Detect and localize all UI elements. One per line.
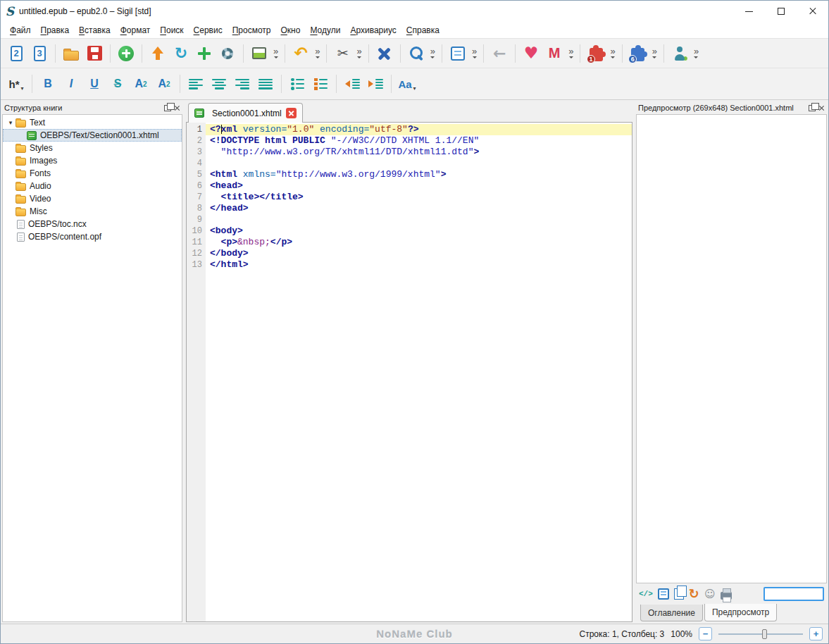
undock-panel-icon[interactable] <box>164 105 171 111</box>
open-button[interactable] <box>61 43 81 64</box>
donate-button[interactable]: ♥ <box>521 43 541 64</box>
print-button[interactable] <box>721 588 732 600</box>
tree-item[interactable]: Misc <box>3 205 182 218</box>
outdent-button[interactable] <box>342 73 362 94</box>
menu-item-3[interactable]: Вставка <box>74 23 116 37</box>
change-case-button[interactable]: Aa ▾ <box>397 73 417 94</box>
tree-item[interactable]: OEBPS/Text/Section0001.xhtml <box>3 129 182 142</box>
close-panel-icon[interactable] <box>818 105 825 111</box>
emoji-button[interactable]: ☺ <box>704 589 716 600</box>
code-line[interactable]: <?xml version="1.0" encoding="utf-8"?> <box>206 124 632 135</box>
tree-item[interactable]: Video <box>3 192 182 205</box>
tab-preview[interactable]: Предпросмотр <box>704 604 777 621</box>
tab-toc[interactable]: Оглавление <box>640 605 703 621</box>
superscript-button[interactable]: A2 <box>154 73 174 94</box>
code-line[interactable]: <p>&nbsp;</p> <box>206 237 632 248</box>
italic-button[interactable]: I <box>61 73 81 94</box>
settings-button[interactable] <box>218 43 237 64</box>
split-view-button[interactable] <box>249 43 269 64</box>
delete-button[interactable] <box>375 43 394 64</box>
menu-item-4[interactable]: Формат <box>116 23 156 37</box>
close-button[interactable] <box>797 1 828 22</box>
preview-filter-input[interactable] <box>763 587 824 601</box>
code-line[interactable]: "http://www.w3.org/TR/xhtml11/DTD/xhtml1… <box>206 147 632 158</box>
tree-item[interactable]: Audio <box>3 180 182 192</box>
toolbar-overflow-button[interactable]: » <box>356 48 362 58</box>
gmail-button[interactable]: M <box>544 43 564 64</box>
tree-item[interactable]: ▾Text <box>3 116 182 129</box>
subscript-button[interactable]: A2 <box>131 73 151 94</box>
code-line[interactable]: <!DOCTYPE html PUBLIC "-//W3C//DTD XHTML… <box>206 135 632 147</box>
undock-panel-icon[interactable] <box>809 105 816 111</box>
strikethrough-button[interactable]: S <box>108 73 127 94</box>
menu-item-9[interactable]: Модули <box>305 23 345 37</box>
code-line[interactable]: <body> <box>206 225 632 237</box>
menu-item-6[interactable]: Сервис <box>189 23 227 37</box>
numbered-list-button[interactable] <box>311 73 330 94</box>
close-panel-icon[interactable] <box>174 105 180 111</box>
plugin-red-button[interactable]: 1 <box>586 43 606 64</box>
toolbar-overflow-button[interactable]: » <box>652 48 658 58</box>
clone-button[interactable] <box>674 588 684 600</box>
align-justify-button[interactable] <box>256 73 275 94</box>
toolbar-overflow-button[interactable]: » <box>568 48 574 58</box>
new-epub2-button[interactable]: 2 <box>6 43 26 64</box>
align-left-button[interactable] <box>186 73 206 94</box>
heading-button[interactable]: h* ▾ <box>6 73 26 94</box>
menu-item-8[interactable]: Окно <box>276 23 306 37</box>
zoom-slider-handle[interactable] <box>762 629 767 639</box>
code-line[interactable]: <head> <box>206 180 632 192</box>
cut-button[interactable]: ✂ <box>332 43 352 64</box>
code-line[interactable]: <title></title> <box>206 192 632 203</box>
toolbar-overflow-button[interactable]: » <box>609 48 616 58</box>
zoom-in-button[interactable]: + <box>809 627 823 640</box>
code-view-button[interactable]: </> <box>639 590 653 598</box>
undo-button[interactable]: ↶ <box>291 43 311 64</box>
toolbar-overflow-button[interactable]: » <box>314 48 320 58</box>
maximize-button[interactable] <box>765 1 797 22</box>
find-button[interactable] <box>406 43 426 64</box>
code-line[interactable]: </head> <box>206 203 632 214</box>
toolbar-overflow-button[interactable]: » <box>273 48 279 58</box>
underline-button[interactable]: U <box>85 73 104 94</box>
tab-close-button[interactable] <box>286 108 297 118</box>
editor-tab[interactable]: Section0001.xhtml <box>188 103 303 123</box>
code-lines[interactable]: <?xml version="1.0" encoding="utf-8"?><!… <box>206 123 632 621</box>
menu-item-11[interactable]: Справка <box>401 23 444 37</box>
code-line[interactable]: <html xmlns="http://www.w3.org/1999/xhtm… <box>206 169 632 180</box>
bullet-list-button[interactable] <box>287 73 307 94</box>
align-right-button[interactable] <box>232 73 252 94</box>
menu-item-5[interactable]: Поиск <box>155 23 188 37</box>
refresh-preview-button[interactable]: ↻ <box>689 588 699 600</box>
code-line[interactable] <box>206 214 632 225</box>
code-line[interactable]: </html> <box>206 259 632 271</box>
bold-button[interactable]: B <box>38 73 58 94</box>
toolbar-overflow-button[interactable]: » <box>693 48 699 58</box>
save-button[interactable] <box>85 43 104 64</box>
code-line[interactable]: </body> <box>206 248 632 259</box>
menu-item-10[interactable]: Архивариус <box>345 23 401 37</box>
tree-item[interactable]: Images <box>3 154 182 167</box>
user-tools-button[interactable] <box>670 43 690 64</box>
inspect-button[interactable] <box>658 588 669 600</box>
menu-item-7[interactable]: Просмотр <box>227 23 276 37</box>
toolbar-overflow-button[interactable]: » <box>471 48 478 58</box>
toolbar-overflow-button[interactable]: » <box>430 48 436 58</box>
code-line[interactable] <box>206 158 632 169</box>
new-epub3-button[interactable]: 3 <box>30 43 49 64</box>
back-button[interactable]: ← <box>490 43 509 64</box>
zoom-out-button[interactable]: − <box>699 627 712 640</box>
index-button[interactable] <box>448 43 468 64</box>
indent-button[interactable] <box>366 73 385 94</box>
tree-item[interactable]: Styles <box>3 142 182 154</box>
expander-icon[interactable]: ▾ <box>6 119 15 126</box>
menu-item-1[interactable]: Файл <box>5 23 36 37</box>
align-center-button[interactable] <box>209 73 229 94</box>
tree-item[interactable]: OEBPS/content.opf <box>3 230 182 243</box>
minimize-button[interactable] <box>733 1 765 22</box>
insert-file-button[interactable] <box>194 43 214 64</box>
menu-item-2[interactable]: Правка <box>36 23 75 37</box>
zoom-slider[interactable] <box>718 628 803 640</box>
add-file-button[interactable] <box>116 43 136 64</box>
refresh-book-button[interactable]: ↻ <box>171 43 191 64</box>
